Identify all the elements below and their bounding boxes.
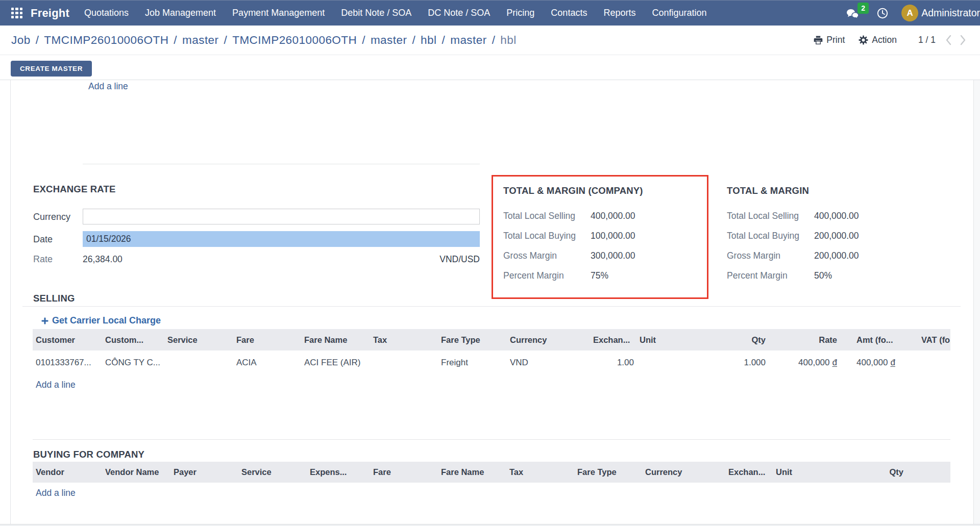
selling-cell-customer[interactable]: 0101333767...	[33, 358, 102, 368]
pager-previous-button[interactable]	[944, 34, 952, 46]
company-gross-margin-row: Gross Margin 300,000.00	[503, 251, 728, 261]
breadcrumb-tmcimp-2[interactable]: TMCIMP26010006OTH	[232, 34, 357, 46]
menu-item-reports[interactable]: Reports	[595, 1, 644, 26]
sheet-left-border	[10, 80, 11, 524]
selling-col-vat-foreign[interactable]: VAT (fo...	[918, 335, 950, 345]
get-carrier-local-charge-button[interactable]: Get Carrier Local Charge	[41, 315, 161, 326]
buying-col-vendor-name[interactable]: Vendor Name	[102, 467, 170, 477]
buying-col-vendor[interactable]: Vendor	[33, 467, 102, 477]
pager-counter: 1 / 1	[918, 35, 936, 45]
get-carrier-label: Get Carrier Local Charge	[52, 315, 161, 326]
breadcrumb-hbl-1[interactable]: hbl	[421, 34, 436, 46]
top-list-add-line-link[interactable]: Add a line	[83, 80, 128, 92]
selling-col-exchange-rate[interactable]: Exchan...	[590, 335, 636, 345]
buying-col-unit[interactable]: Unit	[773, 467, 820, 477]
menu-item-pricing[interactable]: Pricing	[498, 1, 543, 26]
selling-col-fare[interactable]: Fare	[233, 335, 301, 345]
rate-unit: VND/USD	[337, 254, 480, 265]
currency-input[interactable]	[83, 209, 480, 224]
rate-label: Rate	[33, 254, 53, 265]
buying-col-tax[interactable]: Tax	[506, 467, 574, 477]
printer-icon	[814, 36, 823, 44]
menu-item-quotations[interactable]: Quotations	[76, 1, 137, 26]
selling-col-service[interactable]: Service	[164, 335, 233, 345]
menu-item-dc-note-soa[interactable]: DC Note / SOA	[420, 1, 498, 26]
print-button[interactable]: Print	[814, 35, 845, 45]
selling-col-currency[interactable]: Currency	[507, 335, 590, 345]
selling-col-fare-type[interactable]: Fare Type	[438, 335, 507, 345]
selling-col-rate[interactable]: Rate	[768, 335, 853, 345]
breadcrumb-separator: /	[487, 34, 501, 46]
breadcrumb-separator: /	[436, 34, 450, 46]
activities-icon[interactable]	[877, 8, 888, 19]
breadcrumb-master-2[interactable]: master	[371, 34, 407, 46]
menu-item-contacts[interactable]: Contacts	[543, 1, 595, 26]
selling-row[interactable]: 0101333767... CÔNG TY C... ACIA ACI FEE …	[33, 350, 950, 374]
selling-table-filler	[33, 395, 950, 440]
company-total-local-selling-label: Total Local Selling	[503, 211, 575, 221]
selling-title: SELLING	[33, 293, 75, 304]
sheet-right-gutter	[974, 80, 980, 524]
selling-col-amt-foreign[interactable]: Amt (fo...	[853, 335, 918, 345]
total-local-buying-row: Total Local Buying 200,000.00	[727, 231, 951, 241]
menu-item-job-management[interactable]: Job Management	[137, 1, 224, 26]
buying-title: BUYING FOR COMPANY	[33, 449, 144, 460]
buying-col-qty[interactable]: Qty	[820, 467, 906, 477]
create-master-button[interactable]: CREATE MASTER	[11, 61, 92, 77]
breadcrumb-master-3[interactable]: master	[450, 34, 486, 46]
selling-cell-fare[interactable]: ACIA	[233, 358, 301, 368]
buying-add-line-link[interactable]: Add a line	[33, 488, 76, 498]
buying-col-expense[interactable]: Expens...	[307, 467, 370, 477]
top-partial-list: Add a line	[83, 80, 480, 164]
selling-add-line-link[interactable]: Add a line	[33, 380, 76, 390]
company-gross-margin-label: Gross Margin	[503, 251, 557, 261]
buying-col-payer[interactable]: Payer	[170, 467, 238, 477]
navbar-right: 2 A Administrator	[846, 1, 980, 26]
buying-col-currency[interactable]: Currency	[642, 467, 725, 477]
breadcrumb-master-1[interactable]: master	[182, 34, 218, 46]
currency-label: Currency	[33, 212, 70, 222]
date-input[interactable]	[83, 231, 480, 247]
gross-margin-value: 200,000.00	[814, 251, 859, 261]
selling-col-qty[interactable]: Qty	[684, 335, 768, 345]
selling-col-tax[interactable]: Tax	[370, 335, 438, 345]
breadcrumb-tmcimp-1[interactable]: TMCIMP26010006OTH	[44, 34, 168, 46]
user-avatar[interactable]: A	[901, 5, 918, 21]
selling-cell-amt-foreign[interactable]: 400,000đ	[853, 358, 918, 368]
selling-cell-customer-name[interactable]: CÔNG TY C...	[102, 358, 164, 368]
selling-col-customer[interactable]: Customer	[33, 335, 102, 345]
selling-col-customer-name[interactable]: Custom...	[102, 335, 164, 345]
app-brand[interactable]: Freight	[31, 7, 69, 20]
selling-table-header: Customer Custom... Service Fare Fare Nam…	[33, 329, 950, 350]
selling-cell-rate[interactable]: 400,000đ	[768, 358, 853, 368]
action-button[interactable]: Action	[859, 35, 897, 45]
selling-cell-qty[interactable]: 1.000	[684, 358, 768, 368]
messages-icon[interactable]: 2	[846, 6, 861, 21]
buying-col-fare[interactable]: Fare	[370, 467, 438, 477]
selling-cell-currency[interactable]: VND	[507, 358, 590, 368]
menu-item-payment-management[interactable]: Payment Management	[224, 1, 333, 26]
pager-next-button[interactable]	[959, 34, 967, 46]
buying-col-fare-name[interactable]: Fare Name	[438, 467, 506, 477]
selling-add-row: Add a line	[33, 374, 950, 395]
dong-currency-symbol: đ	[832, 358, 837, 367]
breadcrumb-separator: /	[357, 34, 371, 46]
selling-cell-fare-type[interactable]: Freight	[438, 358, 507, 368]
menu-item-debit-note-soa[interactable]: Debit Note / SOA	[333, 1, 420, 26]
amt-foreign-amount: 400,000	[856, 358, 888, 367]
breadcrumb-separator: /	[407, 34, 421, 46]
buying-col-fare-type[interactable]: Fare Type	[574, 467, 642, 477]
selling-col-fare-name[interactable]: Fare Name	[301, 335, 370, 345]
buying-col-exchange-rate[interactable]: Exchan...	[725, 467, 773, 477]
action-label: Action	[872, 35, 897, 45]
buying-col-service[interactable]: Service	[238, 467, 307, 477]
menu-item-configuration[interactable]: Configuration	[644, 1, 715, 26]
selling-col-unit[interactable]: Unit	[636, 335, 684, 345]
user-name[interactable]: Administrator	[921, 7, 980, 19]
breadcrumb-job[interactable]: Job	[11, 34, 31, 46]
breadcrumb: Job/TMCIMP26010006OTH/master/TMCIMP26010…	[11, 34, 517, 47]
selling-cell-exchange-rate[interactable]: 1.00	[590, 358, 636, 368]
company-percent-margin-label: Percent Margin	[503, 270, 564, 281]
selling-cell-fare-name[interactable]: ACI FEE (AIR)	[301, 358, 370, 368]
apps-grid-icon[interactable]	[11, 8, 22, 19]
